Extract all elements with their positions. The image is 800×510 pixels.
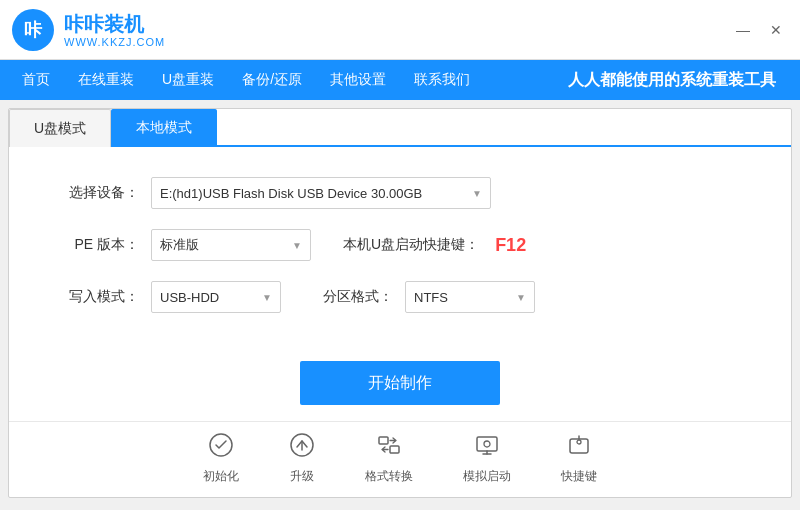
device-label: 选择设备： xyxy=(69,184,139,202)
svg-point-10 xyxy=(577,440,581,444)
device-value: E:(hd1)USB Flash Disk USB Device 30.00GB xyxy=(160,186,422,201)
bottom-toolbar: 初始化 升级 格式转换 xyxy=(9,421,791,489)
pe-select[interactable]: 标准版 ▼ xyxy=(151,229,311,261)
write-row: 写入模式： USB-HDD ▼ 分区格式： NTFS ▼ xyxy=(69,281,731,313)
nav-backup-restore[interactable]: 备份/还原 xyxy=(228,60,316,100)
shortcut-label: 本机U盘启动快捷键： xyxy=(343,236,479,254)
svg-rect-3 xyxy=(379,437,388,444)
write-chevron-icon: ▼ xyxy=(262,292,272,303)
convert-icon xyxy=(376,432,402,464)
svg-rect-5 xyxy=(477,437,497,451)
app-title-group: 咔咔装机 WWW.KKZJ.COM xyxy=(64,12,165,48)
nav-settings[interactable]: 其他设置 xyxy=(316,60,400,100)
write-select[interactable]: USB-HDD ▼ xyxy=(151,281,281,313)
shortcut-label-item: 快捷键 xyxy=(561,468,597,485)
device-chevron-icon: ▼ xyxy=(472,188,482,199)
pe-value: 标准版 xyxy=(160,236,199,254)
title-bar: 咔 咔咔装机 WWW.KKZJ.COM — ✕ xyxy=(0,0,800,60)
toolbar-simulate[interactable]: 模拟启动 xyxy=(463,432,511,485)
svg-rect-9 xyxy=(570,439,588,453)
tabs: U盘模式 本地模式 xyxy=(9,109,791,147)
init-icon xyxy=(208,432,234,464)
toolbar-init[interactable]: 初始化 xyxy=(203,432,239,485)
device-select[interactable]: E:(hd1)USB Flash Disk USB Device 30.00GB… xyxy=(151,177,491,209)
nav-bar: 首页 在线重装 U盘重装 备份/还原 其他设置 联系我们 人人都能使用的系统重装… xyxy=(0,60,800,100)
write-value: USB-HDD xyxy=(160,290,219,305)
convert-label: 格式转换 xyxy=(365,468,413,485)
nav-items: 首页 在线重装 U盘重装 备份/还原 其他设置 联系我们 xyxy=(8,60,484,100)
svg-point-8 xyxy=(484,441,490,447)
tab-local-mode[interactable]: 本地模式 xyxy=(111,109,217,147)
toolbar-upgrade[interactable]: 升级 xyxy=(289,432,315,485)
title-bar-left: 咔 咔咔装机 WWW.KKZJ.COM xyxy=(12,9,165,51)
pe-chevron-icon: ▼ xyxy=(292,240,302,251)
app-logo: 咔 xyxy=(12,9,54,51)
close-button[interactable]: ✕ xyxy=(764,20,788,40)
simulate-label: 模拟启动 xyxy=(463,468,511,485)
minimize-button[interactable]: — xyxy=(730,20,756,40)
partition-value: NTFS xyxy=(414,290,448,305)
window-controls: — ✕ xyxy=(730,20,788,40)
partition-label: 分区格式： xyxy=(323,288,393,306)
logo-text: 咔 xyxy=(24,18,42,42)
nav-slogan: 人人都能使用的系统重装工具 xyxy=(568,70,792,91)
simulate-icon xyxy=(474,432,500,464)
init-label: 初始化 xyxy=(203,468,239,485)
toolbar-shortcut[interactable]: 快捷键 xyxy=(561,432,597,485)
upgrade-label: 升级 xyxy=(290,468,314,485)
upgrade-icon xyxy=(289,432,315,464)
start-btn-row: 开始制作 xyxy=(9,361,791,405)
device-row: 选择设备： E:(hd1)USB Flash Disk USB Device 3… xyxy=(69,177,731,209)
tab-usb-mode[interactable]: U盘模式 xyxy=(9,109,111,147)
app-website: WWW.KKZJ.COM xyxy=(64,36,165,48)
nav-usb-reinstall[interactable]: U盘重装 xyxy=(148,60,228,100)
pe-label: PE 版本： xyxy=(69,236,139,254)
shortcut-key: F12 xyxy=(495,235,526,256)
svg-rect-4 xyxy=(390,446,399,453)
nav-home[interactable]: 首页 xyxy=(8,60,64,100)
main-content: U盘模式 本地模式 选择设备： E:(hd1)USB Flash Disk US… xyxy=(8,108,792,498)
write-label: 写入模式： xyxy=(69,288,139,306)
start-button[interactable]: 开始制作 xyxy=(300,361,500,405)
partition-chevron-icon: ▼ xyxy=(516,292,526,303)
shortcut-icon xyxy=(566,432,592,464)
form-area: 选择设备： E:(hd1)USB Flash Disk USB Device 3… xyxy=(9,147,791,353)
nav-online-reinstall[interactable]: 在线重装 xyxy=(64,60,148,100)
pe-row: PE 版本： 标准版 ▼ 本机U盘启动快捷键： F12 xyxy=(69,229,731,261)
partition-select[interactable]: NTFS ▼ xyxy=(405,281,535,313)
app-name: 咔咔装机 xyxy=(64,12,165,36)
nav-contact[interactable]: 联系我们 xyxy=(400,60,484,100)
toolbar-convert[interactable]: 格式转换 xyxy=(365,432,413,485)
